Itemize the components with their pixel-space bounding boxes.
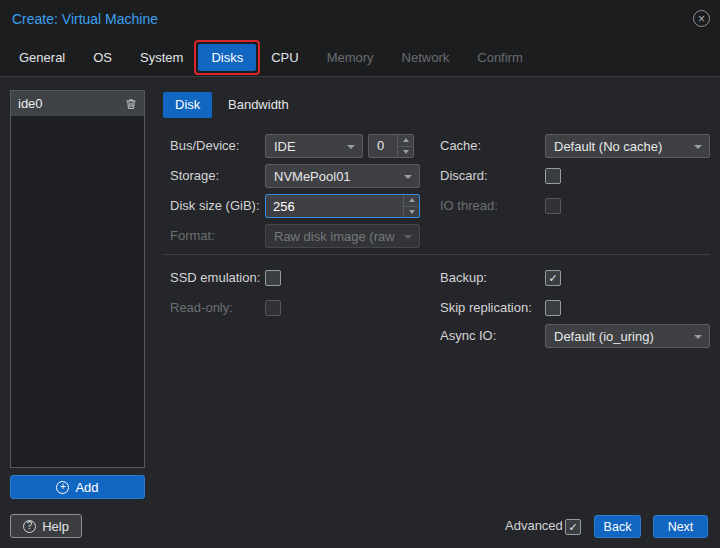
tab-bar: General OS System Disks CPU Memory Netwo… — [0, 38, 720, 77]
advanced-label: Advanced — [505, 514, 563, 538]
cache-value: Default (No cache) — [554, 139, 662, 154]
chevron-down-icon — [347, 145, 355, 149]
bus-number-value: 0 — [377, 135, 384, 157]
disk-size-label: Disk size (GiB): — [170, 194, 260, 218]
advanced-checkbox[interactable]: ✓ — [565, 519, 581, 535]
storage-label: Storage: — [170, 164, 219, 188]
format-label: Format: — [170, 224, 215, 248]
backup-checkbox[interactable]: ✓ — [545, 270, 561, 286]
tab-memory: Memory — [314, 44, 387, 71]
back-button[interactable]: Back — [594, 515, 641, 538]
cache-select[interactable]: Default (No cache) — [545, 134, 710, 158]
next-button[interactable]: Next — [653, 515, 708, 538]
check-icon: ✓ — [548, 273, 557, 284]
format-select: Raw disk image (raw — [265, 224, 420, 248]
subtab-disk[interactable]: Disk — [163, 92, 212, 118]
tab-disks[interactable]: Disks — [198, 44, 256, 71]
async-io-select[interactable]: Default (io_uring) — [545, 324, 710, 348]
tab-system[interactable]: System — [127, 44, 196, 71]
check-icon: ✓ — [568, 522, 577, 533]
backup-label: Backup: — [440, 266, 487, 290]
io-thread-label: IO thread: — [440, 194, 498, 218]
read-only-checkbox — [265, 300, 281, 316]
dialog-titlebar: Create: Virtual Machine × — [0, 0, 720, 38]
disk-size-field[interactable] — [265, 194, 420, 218]
cache-label: Cache: — [440, 134, 481, 158]
skip-replication-label: Skip replication: — [440, 296, 532, 320]
tab-network: Network — [389, 44, 463, 71]
ssd-emulation-label: SSD emulation: — [170, 266, 260, 290]
async-io-value: Default (io_uring) — [554, 329, 654, 344]
trash-icon[interactable] — [125, 98, 137, 110]
bus-device-select[interactable]: IDE — [265, 134, 363, 158]
add-disk-button[interactable]: + Add — [10, 475, 145, 499]
ssd-emulation-checkbox[interactable] — [265, 270, 281, 286]
form-divider — [163, 254, 710, 255]
skip-replication-checkbox[interactable] — [545, 300, 561, 316]
bus-number-stepper[interactable]: 0 — [368, 134, 414, 158]
disk-list-item-ide0[interactable]: ide0 — [11, 91, 144, 116]
plus-icon: + — [56, 481, 69, 494]
help-label: Help — [42, 519, 69, 534]
chevron-down-icon — [404, 235, 412, 239]
bus-device-value: IDE — [274, 139, 296, 154]
spinner-arrows-icon[interactable] — [403, 195, 419, 217]
spinner-arrows-icon[interactable] — [397, 135, 413, 157]
tab-os[interactable]: OS — [80, 44, 125, 71]
subtab-bandwidth[interactable]: Bandwidth — [216, 92, 301, 118]
add-disk-label: Add — [75, 480, 98, 495]
create-vm-dialog: Create: Virtual Machine × General OS Sys… — [0, 0, 720, 548]
tab-general[interactable]: General — [6, 44, 78, 71]
tab-confirm: Confirm — [464, 44, 536, 71]
chevron-down-icon — [694, 335, 702, 339]
chevron-down-icon — [694, 145, 702, 149]
tab-disks-label: Disks — [211, 50, 243, 65]
tab-cpu[interactable]: CPU — [258, 44, 311, 71]
read-only-label: Read-only: — [170, 296, 233, 320]
disk-item-label: ide0 — [18, 96, 43, 111]
async-io-label: Async IO: — [440, 324, 496, 348]
disk-size-input[interactable] — [266, 195, 402, 217]
storage-value: NVMePool01 — [274, 169, 351, 184]
discard-label: Discard: — [440, 164, 488, 188]
storage-select[interactable]: NVMePool01 — [265, 164, 420, 188]
discard-checkbox[interactable] — [545, 168, 561, 184]
bus-device-label: Bus/Device: — [170, 134, 239, 158]
close-icon[interactable]: × — [693, 10, 710, 27]
format-value: Raw disk image (raw — [274, 229, 395, 244]
help-button[interactable]: ? Help — [10, 514, 82, 538]
io-thread-checkbox — [545, 198, 561, 214]
chevron-down-icon — [404, 175, 412, 179]
disk-list-panel: ide0 — [10, 90, 145, 468]
dialog-title: Create: Virtual Machine — [12, 0, 158, 38]
question-icon: ? — [23, 520, 36, 533]
